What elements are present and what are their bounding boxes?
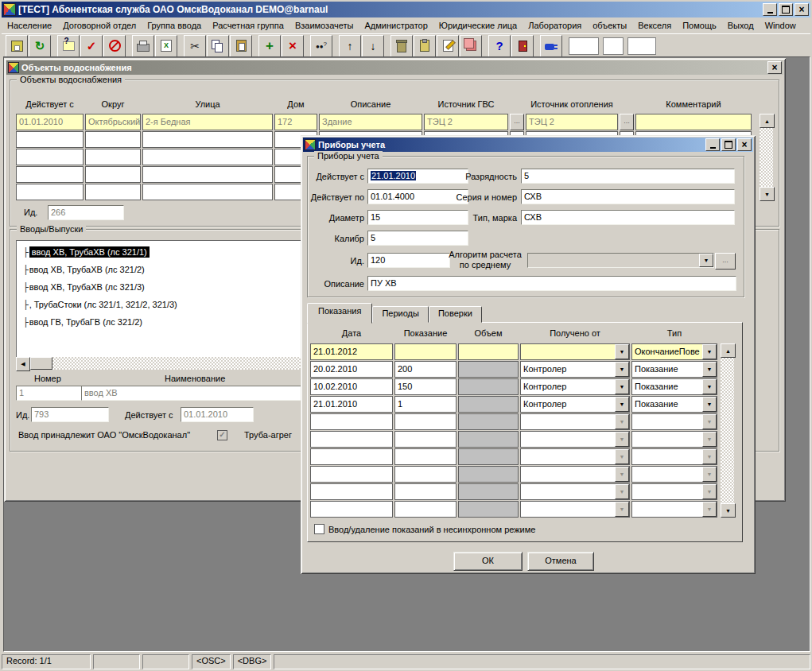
dropdown-arrow-icon[interactable]: [615, 397, 629, 412]
menu-item-vykhod[interactable]: Выход: [722, 19, 760, 32]
rollback-button[interactable]: [103, 35, 126, 57]
move-down-button[interactable]: [362, 35, 384, 57]
menu-item-pomosch[interactable]: Помощь: [677, 19, 722, 32]
cell-date[interactable]: 20.02.2010: [310, 361, 393, 378]
delete-record-button[interactable]: [282, 35, 304, 57]
dialog-minimize-button[interactable]: [705, 138, 720, 151]
paste-button[interactable]: [230, 35, 252, 57]
cell-empty[interactable]: [394, 483, 457, 500]
cell-empty[interactable]: [16, 166, 84, 183]
cell-empty[interactable]: [142, 184, 273, 200]
menu-item-naselenie[interactable]: Население: [2, 19, 57, 32]
dropdown-arrow-icon[interactable]: [702, 379, 717, 394]
toolbar-field-3[interactable]: [627, 37, 656, 55]
search-button[interactable]: [310, 35, 332, 57]
algorithm-browse-button[interactable]: ...: [715, 253, 736, 270]
cell-empty[interactable]: [85, 131, 141, 148]
caliber-field[interactable]: 5: [367, 231, 468, 246]
cell-empty[interactable]: [458, 448, 519, 465]
cell-empty[interactable]: [631, 448, 717, 465]
dropdown-arrow-icon[interactable]: [699, 254, 713, 267]
dropdown-arrow-icon[interactable]: [702, 344, 717, 359]
io-valid-from-field[interactable]: 01.01.2010: [181, 407, 254, 422]
toolbar-field-1[interactable]: [569, 37, 599, 55]
help-button[interactable]: [488, 35, 511, 57]
cell-empty[interactable]: [142, 149, 273, 165]
cell-reading[interactable]: 200: [394, 361, 457, 378]
maximize-button[interactable]: [779, 3, 793, 16]
commit-button[interactable]: [80, 35, 103, 57]
cell-empty[interactable]: [85, 149, 141, 165]
cell-empty[interactable]: [458, 413, 519, 430]
connect-button[interactable]: [540, 35, 562, 57]
async-mode-checkbox[interactable]: [314, 524, 324, 534]
cell-empty[interactable]: [310, 483, 393, 500]
tab-poverki[interactable]: Поверки: [429, 306, 482, 323]
cards-button[interactable]: [460, 35, 482, 57]
cell-empty[interactable]: [520, 431, 630, 448]
dropdown-arrow-icon[interactable]: [702, 362, 717, 377]
cell-type[interactable]: ОкончаниеПове: [631, 343, 717, 360]
tab-periody[interactable]: Периоды: [372, 306, 429, 323]
cell-reading[interactable]: 1: [394, 396, 457, 413]
cell-empty[interactable]: [16, 149, 84, 165]
cell-heating-source[interactable]: ТЭЦ 2: [526, 114, 618, 130]
cell-reading[interactable]: 150: [394, 378, 457, 395]
trash-button[interactable]: [390, 35, 413, 57]
dialog-close-button[interactable]: [737, 138, 752, 151]
cell-volume[interactable]: [458, 378, 519, 395]
cell-street[interactable]: 2-я Бедная: [142, 114, 273, 130]
cell-valid-from[interactable]: 01.01.2010: [16, 114, 84, 130]
cell-empty[interactable]: [142, 166, 273, 183]
menu-item-vekselya[interactable]: Векселя: [632, 19, 677, 32]
edit-note-button[interactable]: [437, 35, 459, 57]
cell-empty[interactable]: [16, 184, 84, 200]
cell-empty[interactable]: [85, 184, 141, 200]
dialog-maximize-button[interactable]: [721, 138, 736, 151]
browse-hot-water-button[interactable]: ...: [510, 114, 524, 130]
tab-pokazaniya[interactable]: Показания: [307, 303, 372, 324]
number-field[interactable]: 1: [16, 386, 84, 401]
cell-volume[interactable]: [458, 361, 519, 378]
copy-button[interactable]: [207, 35, 229, 57]
cell-empty[interactable]: [142, 131, 273, 148]
cell-empty[interactable]: [310, 501, 393, 518]
cell-empty[interactable]: [631, 466, 717, 483]
cell-empty[interactable]: [16, 131, 84, 148]
cell-volume[interactable]: [458, 396, 519, 413]
menu-item-gruppa-vvoda[interactable]: Группа ввода: [142, 19, 207, 32]
menu-item-vzaimozachety[interactable]: Взаимозачеты: [289, 19, 359, 32]
cell-empty[interactable]: [310, 448, 393, 465]
save-button[interactable]: [6, 35, 28, 57]
cell-district[interactable]: Октябрьский: [85, 114, 141, 130]
scroll-up-button[interactable]: [721, 343, 736, 358]
cell-date[interactable]: 21.01.2012: [310, 343, 393, 360]
cell-empty[interactable]: [310, 413, 393, 430]
dropdown-arrow-icon[interactable]: [615, 379, 629, 394]
sql-query-button[interactable]: [57, 35, 80, 57]
cell-empty[interactable]: [458, 431, 519, 448]
menu-item-obekty[interactable]: объекты: [587, 19, 632, 32]
menu-item-administrator[interactable]: Администратор: [359, 19, 433, 32]
cell-reading[interactable]: [394, 343, 457, 360]
cut-button[interactable]: [184, 35, 206, 57]
dropdown-arrow-icon[interactable]: [615, 344, 629, 359]
cell-empty[interactable]: [394, 448, 457, 465]
dropdown-arrow-icon[interactable]: [702, 397, 717, 412]
cell-empty[interactable]: [394, 413, 457, 430]
minimize-button[interactable]: [763, 3, 777, 16]
cell-empty[interactable]: [520, 501, 630, 518]
exit-button[interactable]: [511, 35, 534, 57]
clipboard-button[interactable]: [414, 35, 436, 57]
scroll-track[interactable]: [760, 128, 773, 187]
ok-button[interactable]: ОК: [453, 552, 523, 571]
scroll-down-button[interactable]: [760, 187, 775, 201]
scroll-down-button[interactable]: [721, 503, 736, 518]
cell-type[interactable]: Показание: [631, 396, 717, 413]
cell-received-from[interactable]: Контролер: [520, 378, 630, 395]
menu-item-yuridicheskie-litsa[interactable]: Юридические лица: [433, 19, 523, 32]
scroll-track[interactable]: [721, 358, 734, 503]
cell-empty[interactable]: [394, 501, 457, 518]
scroll-left-button[interactable]: [16, 357, 30, 371]
add-record-button[interactable]: [258, 35, 281, 57]
